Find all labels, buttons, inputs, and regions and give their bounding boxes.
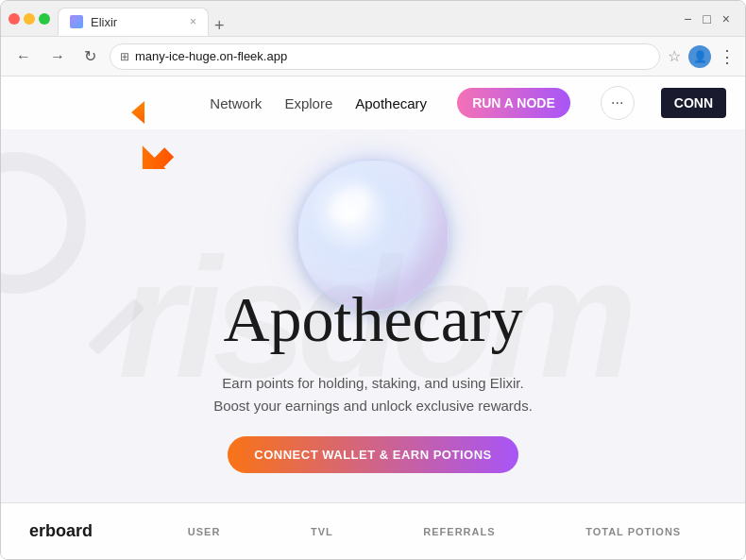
url-text: many-ice-huge.on-fleek.app	[135, 49, 650, 63]
board-label: erboard	[29, 521, 143, 541]
profile-icon: 👤	[693, 50, 707, 63]
col-header-referrals: REFERRALS	[423, 526, 495, 537]
nav-actions: ☆ 👤 ⋮	[668, 45, 736, 68]
refresh-button[interactable]: ↻	[78, 43, 102, 69]
title-bar: Elixir × + − □ ×	[1, 1, 745, 37]
nav-link-explore[interactable]: Explore	[284, 95, 332, 111]
minimize-window-button[interactable]	[24, 13, 35, 25]
page-content: risdom Ne	[1, 76, 745, 559]
nav-link-apothecary[interactable]: Apothecary	[355, 95, 427, 111]
back-button[interactable]: ←	[10, 44, 37, 69]
arrow-icon	[124, 93, 199, 169]
close-button[interactable]: ×	[722, 11, 730, 26]
forward-button[interactable]: →	[44, 44, 71, 69]
tab-favicon	[70, 15, 83, 28]
bottom-bar: erboard USER TVL REFERRALS TOTAL POTIONS	[1, 502, 745, 559]
col-header-total-potions: TOTAL POTIONS	[585, 526, 681, 537]
new-tab-button[interactable]: +	[209, 16, 230, 36]
hero-description: Earn points for holding, staking, and us…	[213, 372, 533, 417]
tab-area: Elixir × +	[58, 1, 676, 36]
tab-close-button[interactable]: ×	[190, 15, 196, 28]
active-tab[interactable]: Elixir ×	[58, 8, 209, 36]
lock-icon: ⊞	[120, 50, 129, 63]
col-header-user: USER	[188, 526, 221, 537]
site-nav-links: Network Explore Apothecary RUN A NODE ··…	[210, 86, 726, 120]
window-right-controls: − □ ×	[684, 11, 738, 26]
more-options-button[interactable]: ···	[601, 86, 635, 120]
navigation-bar: ← → ↻ ⊞ many-ice-huge.on-fleek.app ☆ 👤 ⋮	[1, 37, 745, 76]
tab-title: Elixir	[91, 15, 117, 29]
minimize-button[interactable]: −	[684, 11, 691, 26]
table-columns: USER TVL REFERRALS TOTAL POTIONS	[143, 526, 726, 537]
hero-desc-line2: Boost your earnings and unlock exclusive…	[213, 398, 533, 414]
browser-window: Elixir × + − □ × ← → ↻ ⊞ many-ice-huge.o…	[0, 0, 746, 560]
url-bar[interactable]: ⊞ many-ice-huge.on-fleek.app	[110, 43, 660, 70]
hero-section: Apothecary Earn points for holding, stak…	[1, 129, 745, 502]
hero-title: Apothecary	[223, 282, 522, 357]
arrow-pointer	[124, 93, 199, 173]
col-header-tvl: TVL	[311, 526, 333, 537]
more-icon: ···	[611, 94, 623, 111]
connect-button[interactable]: CONN	[661, 88, 726, 118]
site-navigation: Network Explore Apothecary RUN A NODE ··…	[1, 76, 745, 129]
connect-wallet-button[interactable]: CONNECT WALLET & EARN POTIONS	[228, 436, 517, 473]
window-controls	[8, 13, 50, 25]
hero-desc-line1: Earn points for holding, staking, and us…	[222, 375, 523, 391]
close-window-button[interactable]	[8, 13, 20, 25]
svg-marker-0	[124, 136, 186, 169]
profile-button[interactable]: 👤	[688, 45, 711, 68]
restore-button[interactable]: □	[703, 11, 710, 26]
nav-link-network[interactable]: Network	[210, 95, 262, 111]
maximize-window-button[interactable]	[39, 13, 50, 25]
run-a-node-button[interactable]: RUN A NODE	[457, 88, 570, 118]
bookmark-button[interactable]: ☆	[668, 47, 681, 65]
browser-menu-button[interactable]: ⋮	[719, 46, 736, 67]
